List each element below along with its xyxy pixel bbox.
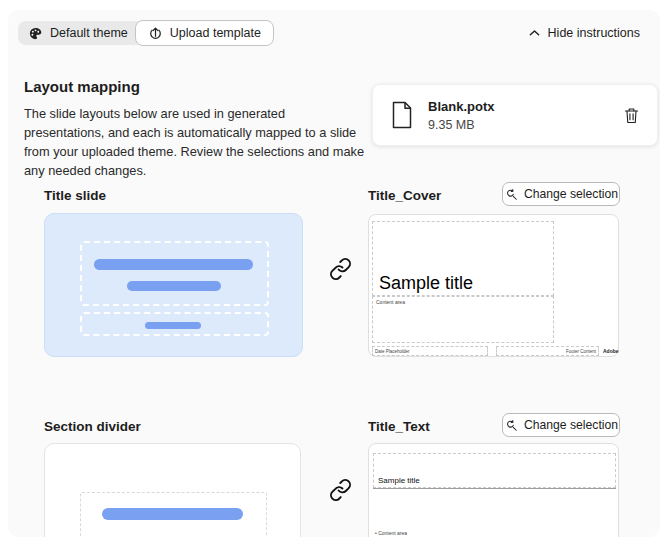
change-selection-button-row2[interactable]: Change selection	[502, 413, 620, 437]
slide-date-placeholder: Date Placeholder	[372, 346, 488, 356]
default-theme-button[interactable]: Default theme	[18, 21, 144, 45]
delete-file-button[interactable]	[624, 107, 639, 124]
layout-label-section-divider: Section divider	[44, 419, 141, 434]
search-replace-icon	[504, 418, 518, 432]
slide-footer-placeholder: Footer Content	[496, 346, 599, 356]
upload-template-button[interactable]: Upload template	[135, 20, 274, 46]
change-selection-label-row1: Change selection	[524, 187, 618, 201]
date-placeholder-text: Date Placeholder	[375, 349, 410, 354]
instructions-text: The slide layouts below are used in gene…	[24, 104, 366, 180]
adobe-brand-text: Adobe	[603, 348, 619, 354]
default-theme-label: Default theme	[50, 26, 128, 40]
file-document-icon	[391, 101, 413, 129]
palette-icon	[28, 26, 43, 41]
layout-mapping-panel: Default theme Upload template Hide instr…	[8, 10, 660, 537]
slide-title-placeholder: Sample title	[372, 221, 554, 296]
title-bar-1	[94, 259, 253, 270]
upload-template-label: Upload template	[170, 26, 261, 40]
uploaded-file-card: Blank.potx 9.35 MB	[372, 84, 658, 146]
section-heading: Layout mapping	[24, 78, 140, 95]
layout-label-title-slide: Title slide	[44, 188, 106, 203]
slide-preview-title-cover: Sample title Content area Date Placehold…	[368, 214, 619, 357]
layout-preview-section-divider	[44, 443, 301, 537]
title-bar-2	[127, 281, 221, 291]
file-name: Blank.potx	[428, 99, 494, 114]
footer-content-text: Footer Content	[566, 349, 596, 354]
sample-title-text: Sample title	[379, 273, 473, 294]
title-placeholder-box	[80, 241, 269, 306]
title-divider-line	[373, 488, 616, 489]
upload-icon	[148, 26, 163, 41]
chevron-up-icon	[529, 29, 540, 37]
layout-preview-title-slide	[44, 213, 303, 357]
sample-title-text: Sample title	[378, 476, 420, 485]
file-size: 9.35 MB	[428, 118, 494, 132]
slide-content-placeholder: Content area	[372, 296, 554, 343]
divider-title-bar	[102, 508, 243, 520]
hide-instructions-toggle[interactable]: Hide instructions	[529, 21, 640, 45]
link-icon-row1	[329, 257, 353, 281]
search-replace-icon	[504, 187, 518, 201]
slide-preview-title-text: Sample title • Content area	[368, 443, 619, 537]
change-selection-label-row2: Change selection	[524, 418, 618, 432]
subtitle-bar	[145, 322, 201, 329]
hide-instructions-label: Hide instructions	[548, 26, 640, 40]
theme-segmented-control: Default theme Upload template	[18, 20, 274, 46]
content-area-bullet-text: • Content area	[375, 530, 407, 536]
template-label-title-text: Title_Text	[368, 419, 430, 434]
link-icon-row2	[329, 478, 353, 502]
slide-title-placeholder: Sample title	[373, 453, 616, 488]
change-selection-button-row1[interactable]: Change selection	[502, 182, 620, 206]
content-area-text: Content area	[376, 299, 405, 305]
template-label-title-cover: Title_Cover	[368, 188, 441, 203]
file-meta: Blank.potx 9.35 MB	[428, 99, 494, 132]
